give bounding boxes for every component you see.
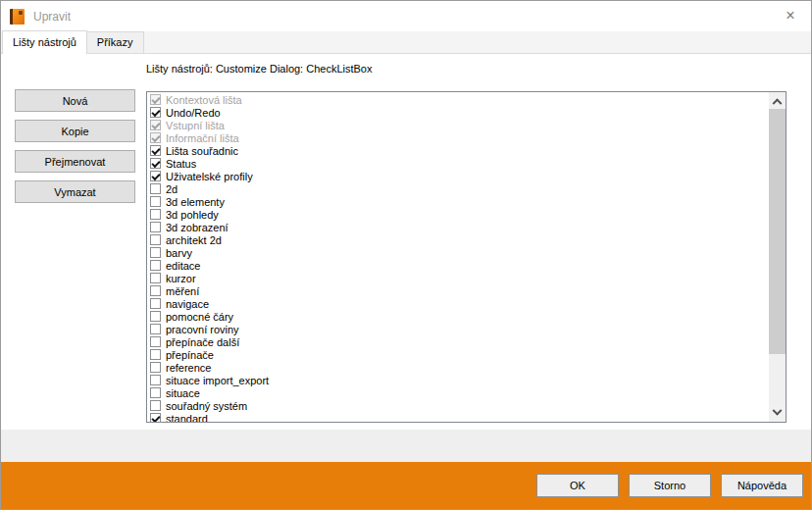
side-button[interactable]: Kopie [15, 120, 135, 142]
checklist-row[interactable]: navigace [147, 297, 769, 310]
checklist-row[interactable]: Uživatelské profily [147, 170, 769, 182]
checklist-row[interactable]: 3d elementy [147, 195, 769, 208]
tab[interactable]: Příkazy [86, 31, 144, 53]
checklist-row[interactable]: situace import_export [147, 374, 769, 386]
footer-button-label: OK [570, 480, 585, 491]
checklist-row[interactable]: standard [147, 412, 769, 423]
checkbox-icon[interactable] [150, 298, 161, 309]
checkbox-icon[interactable] [150, 196, 161, 207]
checklist-row[interactable]: 3d zobrazení [147, 221, 769, 233]
checklist-item-label: měření [166, 285, 199, 297]
checklist-item-label: barvy [166, 247, 192, 259]
footer-separator-strip [1, 430, 811, 462]
checklist-item-label: Status [166, 158, 196, 170]
checkbox-icon[interactable] [150, 260, 161, 271]
checklist-row[interactable]: Lišta souřadnic [147, 144, 769, 157]
footer-bar: OK Storno Nápověda [1, 462, 811, 509]
checklist-row[interactable]: Status [147, 157, 769, 170]
checklist-row[interactable]: barvy [147, 246, 769, 259]
checklist-row[interactable]: Undo/Redo [147, 106, 769, 119]
checklist-item-label: situace import_export [166, 375, 269, 386]
side-button-column: Nová Kopie Přejmenovat Vymazat [15, 89, 135, 211]
checklist-items: Kontextová lišta Undo/Redo Vstupní lišta [147, 93, 769, 423]
checklist-row[interactable]: přepínače [147, 348, 769, 361]
scroll-down-icon[interactable] [769, 405, 786, 422]
checkbox-icon[interactable] [150, 120, 161, 130]
toolbar-checklistbox[interactable]: Kontextová lišta Undo/Redo Vstupní lišta [146, 91, 787, 423]
checklist-item-label: Undo/Redo [166, 107, 221, 119]
scroll-up-icon[interactable] [769, 92, 786, 109]
checklist-row[interactable]: 2d [147, 182, 769, 195]
checklist-item-label: přepínače další [166, 336, 239, 348]
side-button-label: Kopie [61, 126, 88, 137]
checklist-row[interactable]: Informační lišta [147, 131, 769, 144]
checkbox-icon[interactable] [150, 336, 161, 347]
checkbox-icon[interactable] [150, 273, 161, 283]
app-icon [10, 9, 25, 25]
checklist-row[interactable]: pracovní roviny [147, 323, 769, 335]
side-button[interactable]: Vymazat [15, 180, 135, 203]
checklist-caption: Lišty nástrojů: Customize Dialog: CheckL… [146, 63, 372, 75]
footer-button[interactable]: Nápověda [721, 474, 803, 497]
checkbox-icon[interactable] [150, 247, 161, 258]
window-title: Upravit [33, 10, 71, 24]
checklist-row[interactable]: kurzor [147, 272, 769, 284]
checklist-row[interactable]: 3d pohledy [147, 208, 769, 221]
checkbox-icon[interactable] [150, 400, 161, 411]
checkbox-icon[interactable] [150, 132, 161, 143]
checklist-row[interactable]: měření [147, 284, 769, 297]
checkbox-icon[interactable] [150, 285, 161, 296]
checkbox-icon[interactable] [150, 234, 161, 245]
checkbox-icon[interactable] [150, 222, 161, 232]
edit-dialog-window: Upravit × Lišty nástrojů Příkazy Lišty n… [0, 0, 812, 510]
footer-button[interactable]: OK [536, 474, 619, 497]
footer-button-label: Nápověda [737, 480, 787, 491]
checklist-item-label: navigace [166, 298, 209, 310]
checklist-item-label: 2d [166, 183, 178, 195]
checklist-item-label: kurzor [166, 273, 196, 284]
checklist-item-label: editace [166, 260, 200, 272]
tab-label: Příkazy [97, 36, 133, 48]
checklist-row[interactable]: architekt 2d [147, 233, 769, 246]
checklist-row[interactable]: přepínače další [147, 335, 769, 348]
checkbox-icon[interactable] [150, 362, 161, 373]
checklist-item-label: 3d zobrazení [166, 222, 228, 233]
checkbox-icon[interactable] [150, 413, 161, 423]
close-icon[interactable]: × [776, 4, 805, 27]
checklist-row[interactable]: Vstupní lišta [147, 119, 769, 131]
checkbox-icon[interactable] [150, 375, 161, 385]
checkbox-icon[interactable] [150, 94, 161, 105]
checkbox-icon[interactable] [150, 324, 161, 334]
checklist-item-label: Informační lišta [166, 132, 239, 144]
checkbox-icon[interactable] [150, 311, 161, 322]
checkbox-icon[interactable] [150, 209, 161, 220]
checkbox-icon[interactable] [150, 349, 161, 360]
checklist-row[interactable]: souřadný systém [147, 399, 769, 412]
checklist-item-label: situace [166, 387, 200, 399]
checklist-item-label: pracovní roviny [166, 324, 239, 335]
checkbox-icon[interactable] [150, 183, 161, 194]
side-button[interactable]: Přejmenovat [15, 150, 135, 173]
vertical-scrollbar[interactable] [769, 92, 786, 422]
footer-button-label: Storno [654, 480, 685, 491]
checkbox-icon[interactable] [150, 171, 161, 181]
side-button-label: Nová [63, 95, 88, 107]
checklist-row[interactable]: situace [147, 386, 769, 399]
footer-button[interactable]: Storno [629, 474, 711, 497]
checkbox-icon[interactable] [150, 158, 161, 169]
checklist-item-label: architekt 2d [166, 234, 222, 246]
checklist-row[interactable]: editace [147, 259, 769, 272]
checklist-item-label: 3d elementy [166, 196, 225, 208]
checklist-row[interactable]: pomocné čáry [147, 310, 769, 323]
tab[interactable]: Lišty nástrojů [2, 30, 87, 54]
checklist-item-label: Uživatelské profily [166, 171, 253, 182]
checkbox-icon[interactable] [150, 145, 161, 156]
checkbox-icon[interactable] [150, 107, 161, 118]
dialog-content: Lišty nástrojů: Customize Dialog: CheckL… [1, 54, 811, 429]
checklist-row[interactable]: Kontextová lišta [147, 93, 769, 106]
checklist-item-label: pomocné čáry [166, 311, 233, 323]
side-button[interactable]: Nová [15, 89, 135, 112]
scrollbar-thumb[interactable] [769, 109, 786, 354]
checklist-row[interactable]: reference [147, 361, 769, 374]
checkbox-icon[interactable] [150, 387, 161, 398]
